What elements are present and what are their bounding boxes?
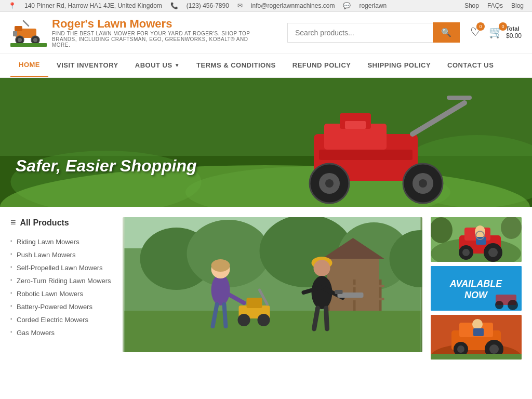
- svg-rect-7: [13, 31, 17, 36]
- svg-rect-40: [325, 285, 384, 287]
- svg-point-52: [258, 314, 270, 326]
- svg-rect-60: [335, 290, 343, 294]
- sidebar-list: Riding Lawn Mowers Push Lawn Mowers Self…: [10, 235, 114, 339]
- svg-rect-50: [247, 298, 262, 308]
- social-link[interactable]: rogerlawn: [359, 2, 387, 9]
- svg-point-45: [211, 259, 230, 272]
- svg-rect-1: [15, 26, 22, 31]
- cart-area[interactable]: 🛒 0 Total $0.00: [489, 25, 522, 40]
- svg-point-70: [488, 248, 498, 257]
- nav-contact[interactable]: CONTACT US: [439, 54, 502, 76]
- right-image-available-now[interactable]: AVAILABLE NOW: [431, 266, 522, 311]
- search-area: 🔍: [287, 22, 460, 43]
- sidebar-item-zero-turn[interactable]: Zero-Turn Riding Lawn Mowers: [10, 274, 114, 287]
- site-title[interactable]: Roger's Lawn Mowers: [52, 17, 260, 31]
- nav-terms[interactable]: TERMS & CONDITIONS: [188, 54, 284, 76]
- svg-point-51: [238, 314, 250, 326]
- svg-rect-8: [10, 43, 47, 47]
- sidebar: ≡ All Products Riding Lawn Mowers Push L…: [10, 217, 114, 339]
- address-text: 140 Pinner Rd, Harrow HA1 4JE, United Ki…: [24, 2, 162, 9]
- header: Roger's Lawn Mowers FIND THE BEST LAWN M…: [0, 12, 532, 54]
- svg-line-18: [413, 103, 464, 134]
- nav-refund[interactable]: REFUND POLICY: [284, 54, 360, 76]
- svg-point-90: [489, 344, 499, 354]
- svg-rect-42: [125, 311, 421, 352]
- nav-about-us[interactable]: ABOUT US ▼: [127, 54, 188, 76]
- svg-line-48: [224, 304, 226, 326]
- svg-point-74: [431, 217, 453, 243]
- main-nav: HOME VISIT INVENTORY ABOUT US ▼ TERMS & …: [0, 54, 532, 78]
- svg-text:NOW: NOW: [464, 290, 488, 300]
- svg-rect-92: [473, 328, 484, 336]
- riding-mower-scene: [431, 217, 522, 262]
- social-icon: 💬: [343, 2, 351, 9]
- svg-point-31: [187, 220, 270, 287]
- email-icon: ✉: [237, 2, 243, 9]
- sidebar-item-self-propelled[interactable]: Self-Propelled Lawn Mowers: [10, 261, 114, 274]
- top-bar: 📍 140 Pinner Rd, Harrow HA1 4JE, United …: [0, 0, 532, 12]
- shop-link[interactable]: Shop: [464, 2, 479, 9]
- cart-total-value: $0.00: [506, 32, 522, 39]
- address-icon: 📍: [8, 2, 16, 9]
- nav-home[interactable]: HOME: [10, 54, 48, 77]
- svg-line-62: [326, 308, 327, 329]
- hero-tagline: Safer, Easier Shopping: [16, 156, 197, 176]
- hero-mower-icon: [272, 92, 480, 207]
- cart-button[interactable]: 🛒 0: [489, 25, 503, 39]
- right-panel: AVAILABLE NOW: [431, 217, 522, 360]
- svg-point-3: [18, 38, 22, 42]
- site-subtitle: FIND THE BEST LAWN MOWER FOR YOUR YARD A…: [52, 31, 260, 48]
- search-input[interactable]: [287, 23, 433, 43]
- svg-point-81: [495, 301, 503, 309]
- sidebar-item-riding[interactable]: Riding Lawn Mowers: [10, 235, 114, 248]
- hamburger-icon: ≡: [10, 217, 16, 228]
- top-bar-left: 📍 140 Pinner Rd, Harrow HA1 4JE, United …: [8, 2, 387, 9]
- svg-point-75: [501, 217, 522, 239]
- phone-icon: 📞: [170, 2, 178, 9]
- right-image-riding-mower[interactable]: [431, 217, 522, 262]
- garden-scene-svg: [123, 217, 422, 352]
- phone-link[interactable]: (123) 456-7890: [187, 2, 229, 9]
- main-product-image: [123, 217, 422, 352]
- available-now-scene: AVAILABLE NOW: [431, 266, 522, 311]
- about-dropdown-icon: ▼: [175, 62, 180, 68]
- sidebar-item-battery[interactable]: Battery-Powered Mowers: [10, 300, 114, 313]
- logo-icon: [10, 18, 47, 47]
- sidebar-item-corded[interactable]: Corded Electric Mowers: [10, 313, 114, 326]
- search-button[interactable]: 🔍: [433, 22, 460, 43]
- email-link[interactable]: info@rogerlawnmachines.com: [251, 2, 335, 9]
- header-icons: ♡ 0 🛒 0 Total $0.00: [470, 25, 522, 40]
- hero-banner: Safer, Easier Shopping: [0, 78, 532, 207]
- logo-area: Roger's Lawn Mowers FIND THE BEST LAWN M…: [10, 17, 287, 48]
- sidebar-header: ≡ All Products: [10, 217, 114, 228]
- top-bar-right: Shop FAQs Blog: [464, 2, 524, 9]
- blog-link[interactable]: Blog: [511, 2, 524, 9]
- right-image-orange-mower[interactable]: [431, 315, 522, 360]
- wishlist-badge: 0: [476, 22, 485, 31]
- svg-rect-93: [431, 354, 522, 360]
- svg-point-82: [508, 300, 518, 310]
- svg-rect-41: [325, 298, 384, 300]
- svg-point-91: [472, 319, 483, 329]
- sidebar-item-push[interactable]: Push Lawn Mowers: [10, 248, 114, 261]
- svg-rect-26: [319, 150, 413, 160]
- wishlist-button[interactable]: ♡ 0: [470, 25, 481, 39]
- svg-rect-27: [345, 121, 366, 129]
- main-content: ≡ All Products Riding Lawn Mowers Push L…: [0, 207, 532, 370]
- svg-line-6: [23, 21, 29, 26]
- nav-visit-inventory[interactable]: VISIT INVENTORY: [48, 54, 127, 76]
- product-scene: [123, 217, 422, 352]
- svg-point-22: [325, 179, 334, 188]
- svg-point-88: [457, 345, 464, 353]
- sidebar-title: All Products: [20, 218, 69, 228]
- svg-text:AVAILABLE: AVAILABLE: [449, 278, 502, 289]
- nav-shipping[interactable]: SHIPPING POLICY: [359, 54, 439, 76]
- sidebar-item-gas[interactable]: Gas Mowers: [10, 326, 114, 339]
- logo-text: Roger's Lawn Mowers FIND THE BEST LAWN M…: [52, 17, 260, 48]
- svg-point-68: [462, 249, 470, 256]
- sidebar-item-robotic[interactable]: Robotic Lawn Mowers: [10, 287, 114, 300]
- svg-point-25: [419, 179, 427, 188]
- faqs-link[interactable]: FAQs: [487, 2, 503, 9]
- cart-total: Total $0.00: [506, 25, 522, 40]
- orange-mower-scene: [431, 315, 522, 360]
